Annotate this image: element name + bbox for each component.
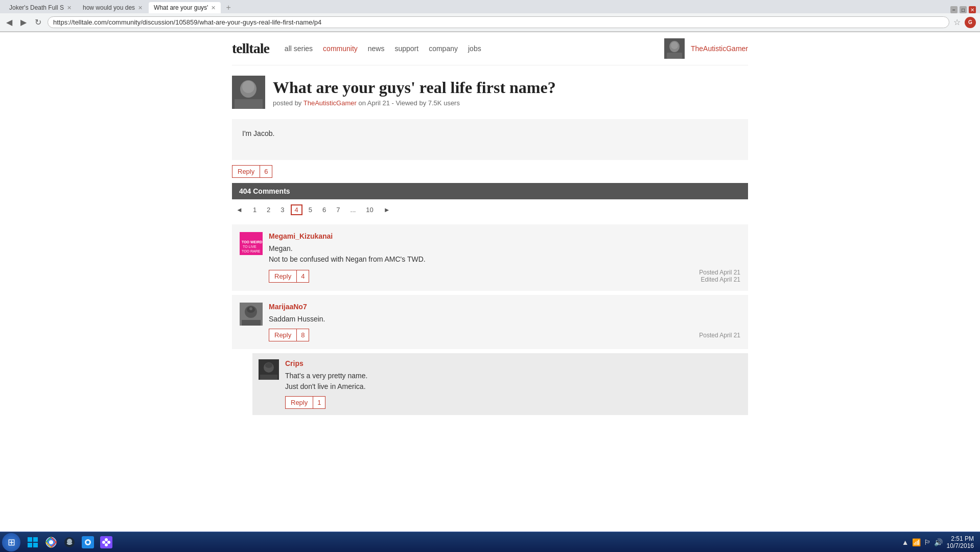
- back-button[interactable]: ◀: [4, 16, 14, 28]
- nested-comment-1-avatar: [259, 359, 279, 380]
- comment-1-date: Posted April 21 Edited April 21: [699, 269, 740, 283]
- nested-comment-1-text: That's a very pretty name. Just don't li…: [285, 371, 742, 392]
- next-page-button[interactable]: ►: [380, 204, 394, 215]
- header-right: TheAutisticGamer: [664, 38, 748, 59]
- browser-user-icon[interactable]: G: [965, 17, 976, 28]
- site-nav: all series community news support compan…: [285, 44, 481, 53]
- comment-1-reply-button[interactable]: Reply: [269, 270, 297, 283]
- nav-support[interactable]: support: [394, 44, 418, 53]
- nested-comment-1: Crips That's a very pretty name. Just do…: [252, 353, 748, 415]
- nav-company[interactable]: company: [429, 44, 458, 53]
- page-10-button[interactable]: 10: [362, 204, 377, 215]
- header-avatar-img: [664, 38, 685, 59]
- page-2-button[interactable]: 2: [263, 204, 274, 215]
- comment-2-text: Saddam Hussein.: [269, 314, 740, 325]
- post-body-text: I'm Jacob.: [242, 129, 738, 137]
- comment-1-avatar: TOO WEIRD TO LIVE TOO RARE: [240, 232, 263, 255]
- svg-rect-7: [235, 99, 263, 109]
- comment-1-posted: Posted April 21: [699, 269, 740, 276]
- post-author-avatar-img: [232, 76, 265, 109]
- comment-2-posted: Posted April 21: [699, 332, 740, 339]
- comment-1-avatar-img: TOO WEIRD TO LIVE TOO RARE: [240, 232, 263, 255]
- comment-1-footer: Reply 4 Posted April 21 Edited April 21: [269, 269, 740, 283]
- comment-1-content: Megami_Kizukanai Megan. Not to be confus…: [269, 232, 740, 283]
- page-1-button[interactable]: 1: [249, 204, 261, 215]
- page-ellipsis: ...: [346, 204, 360, 215]
- comments-header: 404 Comments: [232, 183, 748, 199]
- tab-3-title: What are your guys': [154, 4, 208, 11]
- page-4-button[interactable]: 4: [291, 204, 302, 215]
- minimize-button[interactable]: −: [950, 6, 958, 13]
- comment-2-reply-button[interactable]: Reply: [269, 329, 297, 341]
- page-7-button[interactable]: 7: [332, 204, 344, 215]
- comment-2-reply-group: Reply 8: [269, 329, 309, 341]
- tab-1-title: Joker's Death Full S: [9, 4, 64, 11]
- comment-2: MarijaaNo7 Saddam Hussein. Reply 8 Poste…: [232, 295, 748, 349]
- svg-point-19: [265, 363, 272, 368]
- comment-2-date: Posted April 21: [699, 332, 740, 339]
- comment-1-username[interactable]: Megami_Kizukanai: [269, 232, 740, 240]
- tab-2-title: how would you des: [83, 4, 135, 11]
- nav-community[interactable]: community: [323, 44, 358, 53]
- new-tab[interactable]: +: [222, 2, 235, 13]
- tabs-row: Joker's Death Full S ✕ how would you des…: [0, 0, 980, 13]
- nested-comment-1-username[interactable]: Crips: [285, 359, 742, 367]
- comment-2-avatar: [240, 303, 263, 326]
- nav-news[interactable]: news: [368, 44, 385, 53]
- nested-comment-1-reply-button[interactable]: Reply: [285, 396, 313, 409]
- post-author-link[interactable]: TheAutisticGamer: [304, 99, 357, 107]
- forward-button[interactable]: ▶: [18, 16, 29, 28]
- post-views-label: users: [444, 99, 460, 107]
- tab-2-close[interactable]: ✕: [138, 5, 143, 11]
- close-button[interactable]: ✕: [969, 6, 976, 13]
- tab-3-close[interactable]: ✕: [211, 5, 216, 11]
- comment-1-vote-count: 4: [297, 270, 309, 283]
- nav-all-series[interactable]: all series: [285, 44, 313, 53]
- site-logo: telltale: [232, 40, 269, 57]
- svg-text:TO LIVE: TO LIVE: [243, 245, 256, 248]
- svg-rect-3: [667, 53, 682, 59]
- comment-2-avatar-img: [240, 303, 263, 326]
- svg-rect-20: [260, 375, 277, 380]
- browser-chrome: Joker's Death Full S ✕ how would you des…: [0, 0, 980, 32]
- svg-text:TOO WEIRD: TOO WEIRD: [242, 240, 262, 244]
- page-6-button[interactable]: 6: [318, 204, 330, 215]
- bookmark-icon[interactable]: ☆: [953, 17, 961, 27]
- nested-comment-1-footer: Reply 1: [285, 396, 742, 409]
- svg-point-15: [249, 307, 252, 310]
- post-date: April 21: [367, 99, 390, 107]
- pagination: ◄ 1 2 3 4 5 6 7 ... 10 ►: [232, 199, 748, 220]
- page-5-button[interactable]: 5: [305, 204, 316, 215]
- nested-comment-1-vote-count: 1: [313, 396, 325, 409]
- tab-3[interactable]: What are your guys' ✕: [149, 2, 221, 13]
- post-views: 7.5K: [428, 99, 442, 107]
- header-username[interactable]: TheAutisticGamer: [691, 44, 748, 53]
- svg-point-2: [671, 42, 678, 49]
- post-reply-button[interactable]: Reply: [232, 165, 260, 178]
- browser-toolbar: ◀ ▶ ↻ ☆ G: [0, 13, 980, 32]
- prev-page-button[interactable]: ◄: [232, 204, 247, 215]
- nested-comment-1-avatar-img: [259, 359, 279, 380]
- post-reply-group: Reply 6: [232, 165, 748, 178]
- svg-rect-16: [242, 320, 261, 326]
- address-bar[interactable]: [48, 16, 949, 28]
- nested-comment-1-reply-group: Reply 1: [285, 396, 325, 409]
- nested-comment-1-content: Crips That's a very pretty name. Just do…: [285, 359, 742, 409]
- tab-1[interactable]: Joker's Death Full S ✕: [4, 2, 77, 13]
- comment-1-edited: Edited April 21: [699, 276, 740, 283]
- page-content: telltale all series community news suppo…: [222, 32, 758, 415]
- post-header: What are your guys' real life first name…: [232, 65, 748, 114]
- window-controls: − □ ✕: [950, 6, 976, 13]
- nav-jobs[interactable]: jobs: [468, 44, 481, 53]
- post-body: I'm Jacob.: [232, 119, 748, 160]
- comment-2-vote-count: 8: [297, 329, 309, 341]
- tab-2[interactable]: how would you des ✕: [78, 2, 148, 13]
- site-header: telltale all series community news suppo…: [232, 32, 748, 65]
- comments-count: 404 Comments: [239, 187, 290, 195]
- page-3-button[interactable]: 3: [276, 204, 288, 215]
- header-avatar: [664, 38, 685, 59]
- comment-2-username[interactable]: MarijaaNo7: [269, 303, 740, 311]
- maximize-button[interactable]: □: [960, 6, 967, 13]
- tab-1-close[interactable]: ✕: [67, 5, 72, 11]
- reload-button[interactable]: ↻: [33, 16, 43, 28]
